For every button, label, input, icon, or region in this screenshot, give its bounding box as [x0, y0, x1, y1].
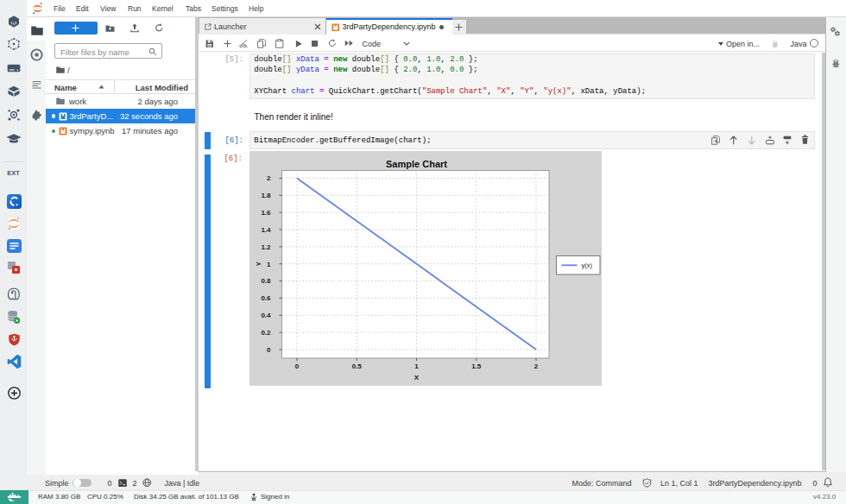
svg-text:Sample Chart: Sample Chart	[386, 159, 447, 169]
svg-text:1: 1	[267, 260, 271, 268]
svg-text:0: 0	[294, 362, 299, 370]
svg-text:2: 2	[267, 174, 271, 182]
svg-text:2: 2	[533, 362, 538, 370]
svg-text:0.5: 0.5	[351, 362, 362, 370]
svg-text:y(x): y(x)	[581, 261, 592, 269]
svg-text:0.4: 0.4	[261, 312, 271, 319]
svg-text:Y: Y	[255, 261, 262, 266]
svg-text:1.6: 1.6	[261, 209, 271, 217]
svg-text:0.6: 0.6	[261, 294, 271, 302]
svg-text:1.8: 1.8	[261, 192, 271, 199]
svg-text:1: 1	[414, 362, 419, 370]
svg-text:1.2: 1.2	[261, 243, 271, 250]
svg-text:0.2: 0.2	[261, 329, 271, 337]
svg-text:1.4: 1.4	[261, 225, 271, 233]
svg-text:X: X	[414, 373, 419, 381]
svg-text:1.5: 1.5	[471, 362, 482, 370]
svg-text:0: 0	[267, 345, 271, 353]
svg-text:0.8: 0.8	[261, 277, 271, 285]
